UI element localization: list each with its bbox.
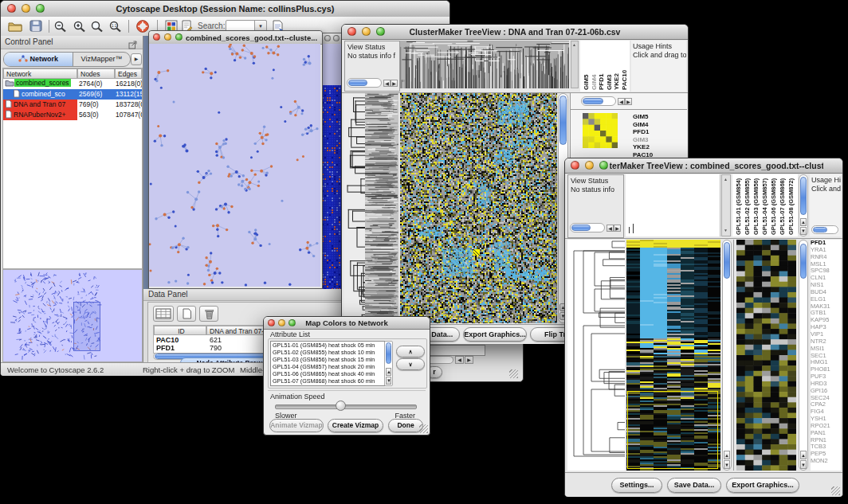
slider-thumb[interactable]	[336, 400, 346, 411]
network-canvas-2[interactable]	[322, 85, 343, 289]
minimize-button[interactable]	[164, 33, 171, 41]
tv2-global-vscrollbar[interactable]: ▲ ▼	[722, 240, 732, 471]
tv1-row-dendrogram[interactable]	[344, 93, 398, 323]
scroll-left-arrow[interactable]: ◀	[455, 356, 464, 364]
tab-overflow-button[interactable]: ▶	[131, 53, 142, 65]
gene-label[interactable]: YKE2	[633, 143, 681, 151]
treeview2-titlebar[interactable]: ClusterMaker TreeView : combined_scores_…	[565, 158, 842, 174]
row-value[interactable]: 621	[210, 336, 222, 344]
tv2-global-heatmap[interactable]	[626, 240, 720, 471]
attribute-list-item[interactable]: GPL51-01 (GSM854) heat shock 05 min	[271, 342, 384, 349]
new-attribute-button[interactable]	[177, 306, 196, 322]
save-icon[interactable]	[29, 20, 42, 35]
tv2-column-dendrogram-area[interactable]	[626, 174, 720, 236]
network-row[interactable]: combined_scores2764(0)16218(0)	[3, 79, 142, 89]
gene-label[interactable]: PHO81	[811, 366, 841, 373]
gene-label[interactable]: PFD1	[811, 240, 841, 247]
gene-label[interactable]: NTR2	[811, 338, 841, 346]
gene-label[interactable]: SPC98	[811, 268, 841, 275]
attribute-list-item[interactable]: GPL51-04 (GSM857) heat shock 20 min	[271, 363, 384, 370]
attribute-list-vscrollbar[interactable]: ▲ ▼	[384, 341, 393, 386]
scrollbar-thumb[interactable]	[800, 244, 807, 279]
scroll-down-arrow[interactable]: ▼	[724, 228, 728, 232]
resize-grip[interactable]	[831, 486, 840, 495]
export-graphics-button[interactable]: Export Graphics...	[726, 478, 799, 493]
gene-label[interactable]: RPO21	[811, 423, 841, 430]
tv2-scroll-strip[interactable]: ▲ ▼	[721, 174, 731, 236]
id-column-header[interactable]: ID	[154, 326, 206, 335]
scrollbar-thumb[interactable]	[813, 227, 827, 232]
attribute-list-item[interactable]: GPL51-07 (GSM868) heat shock 60 min	[271, 377, 384, 385]
scroll-down-arrow[interactable]: ▼	[724, 460, 730, 469]
gene-label[interactable]: PUF3	[811, 373, 841, 381]
gene-label[interactable]: YRA1	[811, 247, 841, 254]
gene-label[interactable]: GIM5	[633, 113, 681, 121]
inactive-titlebar[interactable]	[322, 33, 343, 45]
close-button[interactable]	[347, 27, 356, 36]
resize-grip[interactable]	[419, 424, 428, 433]
attribute-list-item[interactable]: GPL51-03 (GSM856) heat shock 15 min	[271, 356, 384, 363]
minimize-button[interactable]	[333, 35, 340, 41]
gene-label[interactable]: PFD1	[633, 128, 681, 136]
gene-label[interactable]: PAN1	[811, 430, 841, 437]
tv2-row-dendrogram[interactable]	[567, 240, 625, 471]
network-canvas-1[interactable]	[149, 44, 320, 287]
gene-label[interactable]: MSI1	[811, 346, 841, 353]
scroll-down-arrow[interactable]: ▼	[386, 377, 391, 385]
row-value[interactable]: 790	[210, 344, 222, 352]
tab-vizmapper[interactable]: VizMapper™	[73, 53, 130, 66]
resize-grip[interactable]	[509, 369, 518, 378]
scrollbar-thumb[interactable]	[800, 177, 807, 215]
gene-label[interactable]: GIM3	[633, 136, 681, 144]
network-row[interactable]: RNAPuberNov2+563(0)107847(0)	[3, 110, 142, 120]
open-file-icon[interactable]	[8, 20, 22, 35]
zoom-in-icon[interactable]	[73, 20, 87, 36]
gene-label[interactable]: CPA2	[811, 401, 841, 408]
move-down-button[interactable]: ∨	[396, 358, 425, 370]
select-attributes-button[interactable]	[153, 306, 174, 322]
scroll-down-arrow[interactable]: ▼	[800, 227, 807, 235]
row-id[interactable]: PFD1	[156, 344, 175, 352]
scroll-right-arrow[interactable]: ▶	[391, 80, 398, 87]
birdseye-canvas[interactable]	[3, 270, 140, 360]
network-row[interactable]: DNA and Tran 07769(0)183728(0)	[3, 100, 142, 110]
tv1-column-dendrogram[interactable]	[400, 41, 569, 88]
view-status-hscrollbar[interactable]	[347, 78, 382, 88]
usage-hints-hscrollbar[interactable]	[811, 225, 838, 234]
scrollbar-thumb[interactable]	[386, 342, 391, 364]
gene-label[interactable]: SEC1	[811, 353, 841, 360]
main-titlebar[interactable]: Cytoscape Desktop (Session Name: collins…	[1, 1, 450, 18]
network-row[interactable]: combined_sco2569(6)13112(15)	[3, 89, 142, 100]
scroll-up-arrow[interactable]: ▲	[386, 368, 391, 376]
scrollbar-thumb[interactable]	[571, 225, 591, 231]
scroll-up-arrow[interactable]: ▲	[724, 177, 728, 182]
gene-label[interactable]: MON2	[811, 458, 841, 465]
tv2-detail-heatmap[interactable]	[736, 240, 796, 471]
scrollbar-thumb[interactable]	[348, 80, 367, 86]
scrollbar-thumb[interactable]	[559, 96, 567, 145]
gene-label[interactable]: GPI16	[811, 388, 841, 395]
zoom-selected-icon[interactable]	[90, 20, 104, 36]
close-button[interactable]	[7, 4, 16, 13]
scrollbar-thumb[interactable]	[583, 98, 603, 104]
attribute-list-item[interactable]: GPL51-02 (GSM855) heat shock 10 min	[271, 349, 384, 356]
scroll-up-arrow[interactable]: ▲	[800, 451, 807, 459]
scrollbar-thumb[interactable]	[724, 242, 730, 279]
gene-label[interactable]: HMG1	[811, 359, 841, 366]
animation-speed-slider[interactable]	[275, 404, 417, 409]
minimize-button[interactable]	[585, 161, 594, 170]
delete-attribute-button[interactable]	[199, 306, 218, 322]
create-vizmap-button[interactable]: Create Vizmap	[328, 419, 383, 432]
col-header-network[interactable]: Network	[3, 68, 77, 79]
scroll-down-arrow[interactable]: ▼	[800, 460, 807, 469]
tv2-labels-vscrollbar[interactable]: ▲ ▼	[799, 174, 808, 236]
scroll-left-arrow[interactable]: ◀	[607, 225, 614, 232]
zoom-fit-icon[interactable]: 1:1	[108, 20, 123, 36]
settings-button[interactable]: Settings...	[611, 478, 662, 493]
col-header-nodes[interactable]: Nodes	[77, 68, 115, 79]
gene-label[interactable]: RNR4	[811, 254, 841, 261]
gene-label[interactable]: BUD4	[811, 289, 841, 296]
close-button[interactable]	[324, 35, 331, 41]
dialog-titlebar[interactable]: Map Colors to Network	[264, 317, 430, 330]
tv1-correlation-heatmap[interactable]	[583, 113, 618, 148]
